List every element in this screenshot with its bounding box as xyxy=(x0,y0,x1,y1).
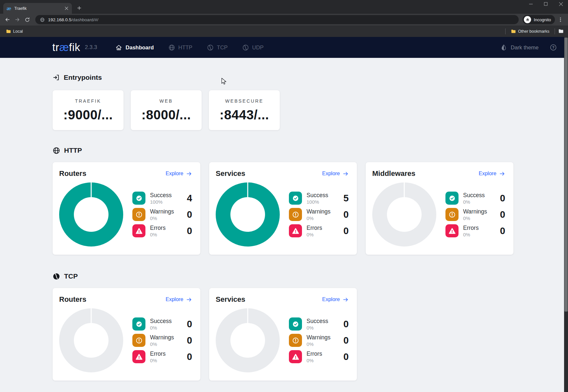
errors-stat-row: Errors0% 0 xyxy=(445,224,505,237)
stat-label: Success xyxy=(150,192,172,199)
bookmarks-separator xyxy=(555,28,555,34)
traefik-logo: træfik xyxy=(52,41,80,54)
dashboard-content: Entrypoints TRAEFIK :9000/... WEB :8000/… xyxy=(0,58,568,381)
explore-link[interactable]: Explore xyxy=(322,297,349,303)
stat-percent: 0% xyxy=(150,341,174,347)
url-host: 192.168.0.5 xyxy=(48,17,71,22)
explore-link[interactable]: Explore xyxy=(166,171,192,177)
success-icon xyxy=(289,317,302,331)
nav-label: TCP xyxy=(217,44,228,51)
arrow-right-icon xyxy=(186,171,192,177)
bookmark-local-label: Local xyxy=(13,29,23,34)
stat-percent: 0% xyxy=(307,341,330,347)
stat-label: Warnings xyxy=(463,208,487,215)
stat-value: 0 xyxy=(343,351,349,362)
dark-theme-toggle[interactable]: Dark theme xyxy=(501,44,539,51)
stat-value: 0 xyxy=(187,226,192,236)
routers-donut-chart xyxy=(59,182,123,247)
entrypoint-name: WEBSECURE xyxy=(225,98,263,104)
http-section-header: HTTP xyxy=(53,146,568,154)
tcp-section-icon xyxy=(53,273,60,280)
services-donut-chart xyxy=(216,182,280,247)
stat-value: 0 xyxy=(187,335,192,346)
site-info-globe-icon[interactable] xyxy=(40,17,45,22)
stat-percent: 0% xyxy=(463,199,485,205)
back-button[interactable] xyxy=(3,15,12,24)
stat-label: Errors xyxy=(307,350,322,357)
page-scrollbar[interactable] xyxy=(564,37,568,392)
stat-percent: 0% xyxy=(307,215,330,221)
card-title: Middlewares xyxy=(372,169,415,178)
stat-percent: 0% xyxy=(150,358,166,363)
traefik-dashboard-screen: { "colors": { "teal": "#00a294", "orange… xyxy=(0,0,568,392)
stat-value: 0 xyxy=(187,209,192,220)
stat-value: 4 xyxy=(187,193,192,204)
nav-item-http[interactable]: HTTP xyxy=(168,44,192,51)
browser-menu-icon[interactable] xyxy=(556,15,565,24)
url-path: /dashboard/#/ xyxy=(71,17,98,22)
warnings-stat-row: Warnings0% 0 xyxy=(445,208,505,221)
scrollbar-thumb[interactable] xyxy=(564,38,568,312)
other-bookmarks[interactable]: Other bookmarks xyxy=(509,28,551,35)
entrypoints-title: Entrypoints xyxy=(64,74,102,81)
globe-icon xyxy=(168,44,175,51)
tcp-section-header: TCP xyxy=(53,272,568,280)
entrypoints-section-header: Entrypoints xyxy=(53,58,568,81)
home-icon xyxy=(115,44,122,51)
nav-label: UDP xyxy=(252,44,264,51)
tab-close-icon[interactable] xyxy=(63,6,69,11)
other-bookmarks-label: Other bookmarks xyxy=(518,29,549,34)
stat-label: Errors xyxy=(307,225,322,231)
errors-stat-row: Errors0% 0 xyxy=(132,224,192,237)
explore-link[interactable]: Explore xyxy=(322,171,349,177)
explore-link[interactable]: Explore xyxy=(166,297,192,303)
stat-label: Errors xyxy=(463,225,479,231)
new-tab-button[interactable] xyxy=(75,3,84,12)
browser-tab[interactable]: æ Traefik xyxy=(3,3,72,14)
stat-percent: 0% xyxy=(150,215,174,221)
stat-label: Success xyxy=(307,318,328,325)
bookmarks-bar: Local Other bookmarks xyxy=(0,26,568,37)
http-title: HTTP xyxy=(64,146,82,154)
success-icon xyxy=(289,192,302,205)
nav-item-udp[interactable]: UDP xyxy=(242,44,264,51)
error-icon xyxy=(445,224,459,237)
version-label: 2.3.3 xyxy=(85,44,97,51)
address-bar[interactable]: 192.168.0.5/dashboard/#/ xyxy=(35,15,519,24)
nav-item-tcp[interactable]: TCP xyxy=(207,44,228,51)
arrow-right-icon xyxy=(186,297,192,303)
forward-button[interactable] xyxy=(13,15,22,24)
refresh-button[interactable] xyxy=(23,15,31,24)
all-bookmarks-folder-icon[interactable] xyxy=(558,29,563,34)
success-icon xyxy=(132,317,145,331)
entrypoint-card-web: WEB :8000/... xyxy=(131,90,202,130)
window-maximize-icon[interactable] xyxy=(543,1,548,7)
udp-sphere-icon xyxy=(242,44,249,51)
stat-percent: 0% xyxy=(307,358,322,363)
stat-label: Errors xyxy=(150,225,166,231)
http-middlewares-card: Middlewares Explore Success0% 0 xyxy=(366,162,513,255)
error-icon xyxy=(132,224,145,237)
middlewares-donut-chart xyxy=(372,182,436,247)
tcp-title: TCP xyxy=(64,272,78,280)
services-donut-chart xyxy=(216,308,280,372)
entrypoint-port: :9000/... xyxy=(63,108,113,122)
entrypoint-name: TRAEFIK xyxy=(75,98,101,104)
warnings-stat-row: Warnings0% 0 xyxy=(132,208,192,221)
window-close-icon[interactable] xyxy=(558,1,563,7)
nav-item-dashboard[interactable]: Dashboard xyxy=(115,44,154,51)
entrypoint-card-websecure: WEBSECURE :8443/... xyxy=(209,90,280,130)
window-minimize-icon[interactable] xyxy=(528,1,533,7)
stat-value: 0 xyxy=(343,209,349,220)
stat-value: 0 xyxy=(343,226,349,236)
explore-link[interactable]: Explore xyxy=(479,171,505,177)
help-icon[interactable]: ? xyxy=(550,44,557,51)
bookmark-local[interactable]: Local xyxy=(4,28,25,35)
arrow-right-icon xyxy=(342,171,349,177)
bookmarks-separator xyxy=(505,28,506,34)
browser-tab-strip: æ Traefik xyxy=(0,0,568,14)
error-icon xyxy=(132,350,145,363)
traefik-favicon-icon: æ xyxy=(7,6,11,11)
stat-percent: 0% xyxy=(150,325,172,331)
entrypoint-port: :8443/... xyxy=(220,108,269,122)
